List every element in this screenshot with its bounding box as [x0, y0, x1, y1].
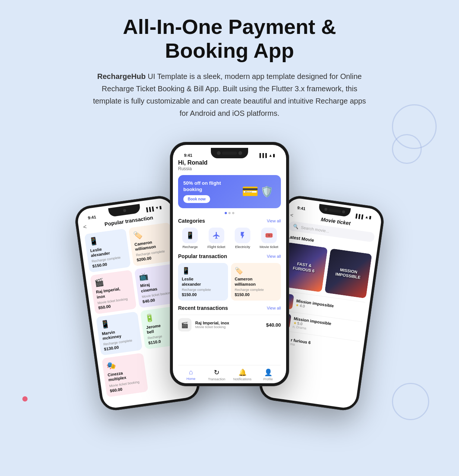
phones-container: 9:41 ▌▌▌ ▾ ▮ < Popular transaction — [0, 127, 459, 409]
right-status-time: 9:41 — [297, 205, 306, 211]
popular-amount-1: $150.00 — [235, 292, 277, 297]
bottom-nav: ⌂ Home ↻ Transaction 🔔 Notifications 👤 P… — [178, 365, 281, 383]
search-icon: 🔍 — [293, 223, 299, 229]
category-electricity[interactable]: Electricity — [231, 228, 255, 249]
center-wifi-icon: ▴ — [269, 153, 272, 158]
popular-card-1[interactable]: 🏷️ Cameronwilliamson Recharge complete $… — [231, 263, 281, 301]
movie-list-info-2: r furious 6 ma — [290, 337, 311, 348]
dot-2 — [232, 212, 234, 214]
signal-icon: ▌▌▌ — [146, 206, 155, 212]
recent-view-all[interactable]: View all — [267, 306, 281, 310]
main-title: All-In-One Payment & Booking App — [45, 15, 414, 63]
promo-banner[interactable]: 50% off on flight booking Book now 💳 🛡️ — [178, 175, 281, 208]
right-status-icons: ▌▌▌ ▴ ▮ — [355, 213, 371, 220]
right-power — [377, 252, 381, 271]
right-notch-dot-2 — [342, 210, 345, 213]
brand-name: RechargeHub — [97, 72, 146, 80]
transaction-card-4[interactable]: 📱 Marvinmckinney Recharge complete $130.… — [96, 311, 142, 356]
transaction-label: Transaction — [208, 377, 225, 381]
recent-icon-0: 🎬 — [178, 318, 191, 331]
promo-shield: 🛡️ — [260, 185, 273, 198]
recent-header: Recent transactions View all — [178, 305, 281, 311]
categories-view-all[interactable]: View all — [267, 219, 281, 223]
categories-grid: 📱 Recharge Flight ticket Electricity — [178, 228, 281, 249]
star-icon-1: ★ — [293, 320, 297, 325]
recent-amount-0: $40.00 — [266, 322, 281, 328]
transaction-card-0[interactable]: 📱 Lesliealexander Recharge complete $150… — [84, 228, 131, 273]
phone-center: 9:41 ▌▌▌ ▴ ▮ Hi, Ronald Russia 50% off o… — [170, 142, 289, 386]
rating-value-1: 5.0 — [297, 321, 303, 326]
back-button-left[interactable]: < — [83, 223, 87, 231]
center-phone-screen: 9:41 ▌▌▌ ▴ ▮ Hi, Ronald Russia 50% off o… — [173, 145, 286, 383]
right-signal-icon: ▌▌▌ — [355, 213, 365, 219]
profile-icon: 👤 — [264, 368, 272, 377]
flight-label: Flight ticket — [208, 245, 225, 249]
search-placeholder: Search movie... — [301, 225, 329, 234]
recent-item-0[interactable]: 🎬 Raj Imperial, inox Movie ticket bookin… — [178, 315, 281, 334]
popular-icon-1: 🏷️ — [235, 267, 277, 275]
recent-sub-0: Movie ticket booking — [195, 325, 229, 329]
movie-title-1: MISSIONIMPOSSIBLE — [332, 263, 365, 283]
center-notch-dot-2 — [238, 151, 242, 155]
star-icon-0: ★ — [295, 303, 299, 307]
center-location: Russia — [178, 166, 281, 171]
recent-info-0: Raj Imperial, inox Movie ticket booking — [195, 321, 229, 329]
popular-card-0[interactable]: 📱 Lesliealexander Recharge complete $150… — [178, 263, 228, 301]
recent-name-0: Raj Imperial, inox — [195, 321, 229, 325]
popular-name-1: Cameronwilliamson — [235, 276, 277, 287]
dot-1 — [228, 212, 231, 214]
nav-notifications[interactable]: 🔔 Notifications — [230, 368, 255, 381]
nav-profile[interactable]: 👤 Profile — [255, 368, 281, 381]
transaction-card-6[interactable]: 🎭 Cinezzamultiplex Movie ticket booking … — [102, 353, 148, 397]
right-wifi-icon: ▴ — [365, 215, 368, 220]
volume-button-left — [77, 245, 80, 258]
popular-sub-0: Recharge complete — [182, 288, 224, 292]
left-status-icons: ▌▌▌ ▾ ▮ — [146, 205, 162, 212]
promo-illustration: 💳 — [242, 184, 259, 199]
nav-transaction[interactable]: ↻ Transaction — [204, 368, 230, 381]
home-icon: ⌂ — [189, 368, 193, 376]
center-status-time: 9:41 — [184, 153, 192, 158]
back-button-right[interactable]: < — [290, 212, 294, 218]
category-flight[interactable]: Flight ticket — [205, 228, 229, 249]
battery-icon: ▮ — [159, 205, 162, 210]
movie-list-info-0: Mission impossible ★ 4.0 — [295, 298, 334, 312]
popular-view-all[interactable]: View all — [267, 254, 281, 258]
wifi-icon: ▾ — [156, 205, 159, 210]
volume-button-left-2 — [80, 261, 83, 275]
nav-home[interactable]: ⌂ Home — [178, 368, 204, 381]
center-status-icons: ▌▌▌ ▴ ▮ — [260, 153, 275, 158]
category-recharge[interactable]: 📱 Recharge — [178, 228, 202, 249]
popular-amount-0: $150.00 — [182, 292, 224, 297]
right-notch-dot — [324, 207, 327, 211]
right-notch-pill — [328, 208, 341, 213]
dot-active — [225, 212, 227, 214]
transaction-card-2[interactable]: 🎬 Raj Imperial,inox Movie ticket booking… — [90, 270, 136, 314]
right-battery-icon: ▮ — [368, 215, 371, 220]
promo-dots — [178, 212, 281, 214]
center-notch-pill — [222, 152, 237, 155]
notifications-label: Notifications — [233, 377, 251, 381]
categories-header: Categories View all — [178, 218, 281, 224]
header-section: All-In-One Payment & Booking App Recharg… — [0, 0, 459, 127]
movie-list-info-1: Mission impossible ★ 5.0 n, Drama — [292, 316, 332, 333]
flight-icon-wrap — [209, 228, 224, 243]
promo-button[interactable]: Book now — [183, 195, 210, 203]
center-phone-content: 9:41 ▌▌▌ ▴ ▮ Hi, Ronald Russia 50% off o… — [173, 145, 286, 383]
recharge-icon-wrap: 📱 — [182, 228, 198, 243]
bell-icon: 🔔 — [238, 368, 247, 377]
center-signal-icon: ▌▌▌ — [260, 153, 268, 158]
home-label: Home — [186, 377, 195, 381]
center-greeting: Hi, Ronald — [178, 159, 281, 166]
category-movie[interactable]: 🎟️ Movie ticket — [257, 228, 281, 249]
movie-grid: FAST &FURIOUS 6 MISSIONIMPOSSIBLE — [280, 242, 372, 298]
electricity-icon-wrap — [235, 228, 250, 243]
popular-header: Popular transaction View all — [178, 253, 281, 259]
transaction-icon: ↻ — [214, 368, 219, 377]
transaction-card-1[interactable]: 🏷️ Cameronwilliamson Recharge complete $… — [129, 222, 175, 266]
popular-title: Popular transaction — [178, 253, 227, 259]
center-phone-notch — [211, 148, 248, 158]
movie-title-0: FAST &FURIOUS 6 — [289, 257, 319, 277]
promo-text: 50% off on flight booking — [183, 180, 228, 193]
movie-card-1[interactable]: MISSIONIMPOSSIBLE — [325, 248, 372, 298]
